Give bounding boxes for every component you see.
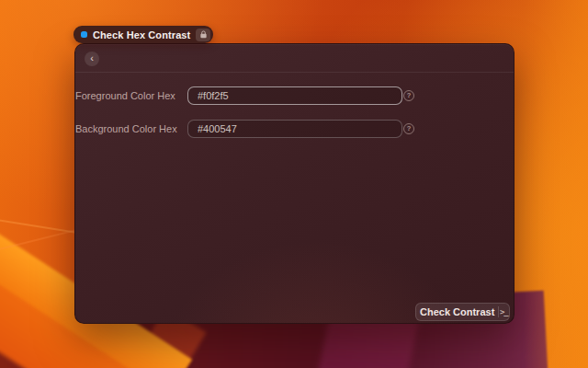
background-help-icon[interactable]: ?	[403, 123, 414, 134]
foreground-color-label: Foreground Color Hex	[75, 90, 175, 101]
extension-dot-icon	[81, 31, 87, 38]
check-hex-contrast-window: ‹ Foreground Color Hex ? Background Colo…	[74, 43, 514, 324]
back-button[interactable]: ‹	[85, 52, 99, 66]
window-header: ‹	[75, 44, 514, 73]
background-color-label: Background Color Hex	[75, 123, 175, 134]
foreground-help-icon[interactable]: ?	[403, 90, 414, 101]
chevron-left-icon: ‹	[90, 52, 94, 63]
command-title: Check Hex Contrast	[93, 29, 190, 40]
enter-shortcut-icon: >_	[499, 307, 509, 316]
background-color-input[interactable]	[187, 120, 402, 138]
wallpaper-right-glow	[524, 0, 588, 368]
lock-icon	[196, 29, 210, 41]
check-contrast-label: Check Contrast	[416, 306, 498, 317]
command-toast: Check Hex Contrast	[74, 26, 213, 43]
check-contrast-button[interactable]: Check Contrast >_	[415, 303, 510, 321]
foreground-color-input[interactable]	[187, 86, 402, 105]
